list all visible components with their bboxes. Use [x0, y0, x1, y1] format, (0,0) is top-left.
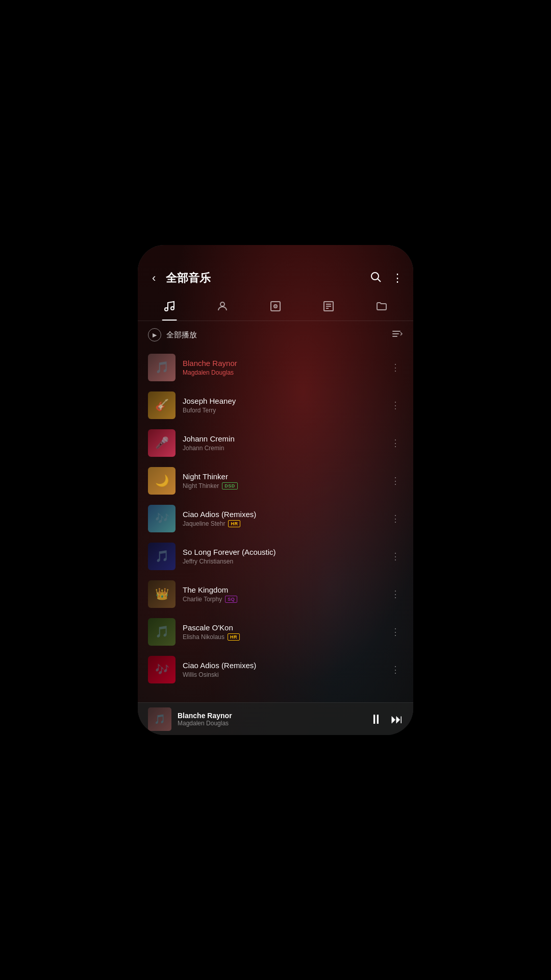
quality-badge-hr: HR — [228, 520, 240, 527]
now-playing-bar[interactable]: 🎵 Blanche Raynor Magdalen Douglas ⏸ ⏭ — [138, 702, 413, 735]
next-button[interactable]: ⏭ — [391, 713, 403, 725]
song-subtitle: Magdalen Douglas — [183, 369, 381, 376]
svg-point-7 — [275, 306, 276, 307]
song-artist: Buford Terry — [183, 407, 216, 414]
folder-icon — [375, 300, 388, 315]
song-artist: Charlie Torphy — [183, 596, 222, 603]
back-button[interactable]: ‹ — [148, 270, 160, 287]
sort-icon[interactable] — [392, 329, 403, 341]
song-title: Pascale O'Kon — [183, 623, 381, 632]
song-info: Ciao Adios (Remixes) Jaqueline Stehr HR — [183, 510, 381, 527]
more-options-button[interactable]: ⋮ — [388, 511, 403, 526]
play-all-button[interactable]: ▶ — [148, 328, 161, 341]
album-art: 🌙 — [148, 467, 176, 495]
screen: ‹ 全部音乐 ⋮ — [138, 245, 413, 735]
song-subtitle: Elisha Nikolaus HR — [183, 633, 381, 641]
song-title: Ciao Adios (Remixes) — [183, 661, 381, 670]
list-item[interactable]: 🎤 Johann Cremin Johann Cremin ⋮ — [138, 424, 413, 462]
header: ‹ 全部音乐 ⋮ — [138, 245, 413, 293]
list-item[interactable]: 🎵 So Long Forever (Acoustic) Jeffry Chri… — [138, 537, 413, 575]
album-art: 🎶 — [148, 505, 176, 532]
tab-folders[interactable] — [369, 297, 394, 321]
album-art: 🎤 — [148, 429, 176, 457]
song-info: Blanche Raynor Magdalen Douglas — [183, 359, 381, 376]
list-item[interactable]: 👑 The Kingdom Charlie Torphy SQ ⋮ — [138, 575, 413, 613]
song-list: 🎵 Blanche Raynor Magdalen Douglas ⋮ 🎸 Jo… — [138, 347, 413, 702]
now-playing-info: Blanche Raynor Magdalen Douglas — [178, 712, 363, 727]
more-options-button[interactable]: ⋮ — [388, 662, 403, 677]
song-artist: Elisha Nikolaus — [183, 633, 224, 641]
tab-albums[interactable] — [263, 297, 288, 321]
page-title: 全部音乐 — [166, 271, 363, 286]
now-playing-artist: Magdalen Douglas — [178, 720, 363, 727]
more-options-button[interactable]: ⋮ — [388, 398, 403, 413]
song-artist: Jeffry Christiansen — [183, 558, 233, 565]
song-subtitle: Jaqueline Stehr HR — [183, 520, 381, 527]
song-title: Night Thinker — [183, 472, 381, 481]
album-icon — [269, 300, 282, 315]
album-art: 🎵 — [148, 618, 176, 646]
song-subtitle: Buford Terry — [183, 407, 381, 414]
more-options-button[interactable]: ⋮ — [388, 624, 403, 640]
tab-artists[interactable] — [210, 297, 235, 321]
playback-controls: ⏸ ⏭ — [369, 713, 403, 726]
song-title: So Long Forever (Acoustic) — [183, 548, 381, 556]
now-playing-title: Blanche Raynor — [178, 712, 363, 720]
pause-button[interactable]: ⏸ — [369, 713, 383, 726]
now-playing-art: 🎵 — [148, 707, 171, 731]
list-item[interactable]: 🎶 Ciao Adios (Remixes) Jaqueline Stehr H… — [138, 500, 413, 537]
song-artist: Night Thinker — [183, 482, 219, 489]
playlist-icon — [322, 300, 335, 315]
list-item[interactable]: 🎵 Blanche Raynor Magdalen Douglas ⋮ — [138, 349, 413, 386]
person-icon — [216, 300, 229, 315]
more-options-button[interactable]: ⋮ — [388, 473, 403, 488]
song-info: Johann Cremin Johann Cremin — [183, 434, 381, 452]
album-art: 🎵 — [148, 543, 176, 570]
song-subtitle: Night Thinker DSD — [183, 482, 381, 489]
song-artist: Willis Osinski — [183, 671, 219, 678]
list-item[interactable]: 🎶 Ciao Adios (Remixes) Willis Osinski ⋮ — [138, 651, 413, 689]
svg-line-1 — [378, 279, 381, 282]
song-title: The Kingdom — [183, 585, 381, 594]
song-artist: Johann Cremin — [183, 445, 224, 452]
phone-wrapper: ‹ 全部音乐 ⋮ — [138, 245, 413, 735]
header-icons: ⋮ — [369, 271, 403, 286]
list-item[interactable]: 🎸 Joseph Heaney Buford Terry ⋮ — [138, 386, 413, 424]
more-options-button[interactable]: ⋮ — [388, 586, 403, 602]
quality-badge-dsd: DSD — [222, 482, 238, 489]
song-info: Ciao Adios (Remixes) Willis Osinski — [183, 661, 381, 678]
song-subtitle: Willis Osinski — [183, 671, 381, 678]
playall-bar: ▶ 全部播放 — [138, 323, 413, 347]
album-art: 👑 — [148, 580, 176, 608]
album-art: 🎶 — [148, 656, 176, 683]
song-artist: Jaqueline Stehr — [183, 520, 225, 527]
tab-playlists[interactable] — [316, 297, 341, 321]
more-icon[interactable]: ⋮ — [392, 272, 403, 285]
svg-point-2 — [165, 308, 168, 311]
song-subtitle: Johann Cremin — [183, 445, 381, 452]
song-subtitle: Charlie Torphy SQ — [183, 596, 381, 603]
song-title: Johann Cremin — [183, 434, 381, 443]
tab-bar — [138, 293, 413, 321]
album-art: 🎵 — [148, 354, 176, 381]
svg-point-0 — [371, 273, 379, 280]
search-icon[interactable] — [369, 271, 382, 286]
more-options-button[interactable]: ⋮ — [388, 549, 403, 564]
list-item[interactable]: 🌙 Night Thinker Night Thinker DSD ⋮ — [138, 462, 413, 500]
song-info: The Kingdom Charlie Torphy SQ — [183, 585, 381, 603]
quality-badge-sq: SQ — [225, 596, 237, 603]
svg-point-4 — [220, 302, 224, 306]
more-options-button[interactable]: ⋮ — [388, 435, 403, 451]
song-info: Night Thinker Night Thinker DSD — [183, 472, 381, 489]
song-title: Joseph Heaney — [183, 397, 381, 405]
song-artist: Magdalen Douglas — [183, 369, 234, 376]
song-info: Pascale O'Kon Elisha Nikolaus HR — [183, 623, 381, 641]
more-options-button[interactable]: ⋮ — [388, 360, 403, 375]
list-item[interactable]: 🎵 Pascale O'Kon Elisha Nikolaus HR ⋮ — [138, 613, 413, 651]
tab-songs[interactable] — [157, 297, 182, 321]
song-info: So Long Forever (Acoustic) Jeffry Christ… — [183, 548, 381, 565]
song-subtitle: Jeffry Christiansen — [183, 558, 381, 565]
svg-point-3 — [171, 307, 174, 310]
song-title: Ciao Adios (Remixes) — [183, 510, 381, 519]
play-all-label: 全部播放 — [166, 330, 387, 340]
